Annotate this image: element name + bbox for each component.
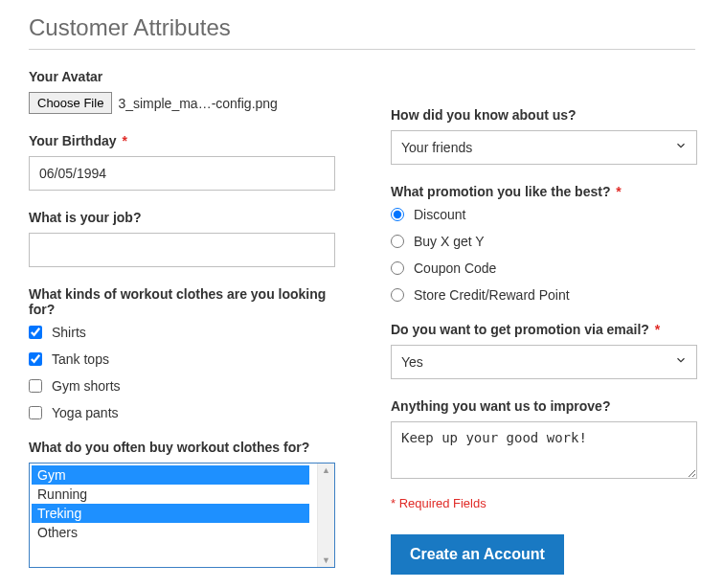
avatar-label: Your Avatar <box>29 69 333 84</box>
ms-option-treking[interactable]: Treking <box>32 504 309 523</box>
ms-option-gym[interactable]: Gym <box>32 465 309 485</box>
radio-row-buyx: Buy X get Y <box>391 234 695 249</box>
multiselect-scrollbar[interactable]: ▲ ▼ <box>317 464 334 567</box>
promo-email-select[interactable]: Yes <box>391 345 697 379</box>
radio-coupon[interactable] <box>391 261 404 275</box>
checkbox-row-shirts: Shirts <box>29 325 333 340</box>
checkbox-shirts[interactable] <box>29 326 42 339</box>
scroll-up-icon: ▲ <box>322 465 330 475</box>
improve-label: Anything you want us to improve? <box>391 398 695 414</box>
birthday-input[interactable] <box>29 156 335 191</box>
improve-field: Anything you want us to improve? Keep up… <box>391 398 695 483</box>
required-asterisk: * <box>655 322 660 337</box>
checkbox-tank-tops[interactable] <box>29 352 42 366</box>
checkbox-label-gym-shorts: Gym shorts <box>52 378 121 394</box>
page-title: Customer Attributes <box>29 14 695 41</box>
right-column: How did you know about us? Your friends … <box>391 69 695 587</box>
ms-option-others[interactable]: Others <box>32 523 309 542</box>
know-about-select[interactable]: Your friends <box>391 130 697 165</box>
promo-field: What promotion you like the best? * Disc… <box>391 184 695 303</box>
title-divider <box>29 49 695 50</box>
birthday-label: Your Birthday * <box>29 133 333 148</box>
promo-email-label: Do you want to get promotion via email? … <box>391 322 695 337</box>
checkbox-yoga-pants[interactable] <box>29 406 42 419</box>
checkbox-gym-shorts[interactable] <box>29 379 42 393</box>
radio-label-coupon: Coupon Code <box>414 260 496 276</box>
radio-discount[interactable] <box>391 208 404 221</box>
checkbox-label-shirts: Shirts <box>52 325 86 340</box>
radio-row-coupon: Coupon Code <box>391 260 695 276</box>
radio-buyx[interactable] <box>391 235 404 248</box>
radio-label-discount: Discount <box>414 207 465 222</box>
promo-email-field: Do you want to get promotion via email? … <box>391 322 695 379</box>
required-asterisk: * <box>122 133 126 148</box>
choose-file-button[interactable]: Choose File <box>29 92 112 114</box>
buy-for-field: What do you often buy workout clothes fo… <box>29 440 333 568</box>
left-column: Your Avatar Choose File 3_simple_ma…-con… <box>29 69 333 587</box>
checkbox-row-yoga-pants: Yoga pants <box>29 405 333 420</box>
radio-row-credit: Store Credit/Reward Point <box>391 287 695 303</box>
job-input[interactable] <box>29 233 335 267</box>
job-label: What is your job? <box>29 210 333 225</box>
radio-credit[interactable] <box>391 288 404 302</box>
job-field: What is your job? <box>29 210 333 267</box>
avatar-filename: 3_simple_ma…-config.png <box>118 96 278 111</box>
workout-kinds-field: What kinds of workout clothes are you lo… <box>29 286 333 420</box>
radio-row-discount: Discount <box>391 207 695 222</box>
form-columns: Your Avatar Choose File 3_simple_ma…-con… <box>29 69 695 587</box>
scroll-down-icon: ▼ <box>322 555 330 565</box>
buy-for-multiselect[interactable]: Gym Running Treking Others ▲ ▼ <box>29 463 335 568</box>
birthday-label-text: Your Birthday <box>29 133 117 148</box>
ms-option-running[interactable]: Running <box>32 485 309 504</box>
radio-label-buyx: Buy X get Y <box>414 234 485 249</box>
checkbox-label-tank-tops: Tank tops <box>52 351 109 367</box>
know-about-field: How did you know about us? Your friends <box>391 107 695 165</box>
required-asterisk: * <box>616 184 621 199</box>
promo-email-select-wrap: Yes <box>391 345 697 379</box>
required-fields-note: * Required Fields <box>391 496 695 510</box>
promo-label-text: What promotion you like the best? <box>391 184 610 199</box>
checkbox-label-yoga-pants: Yoga pants <box>52 405 119 420</box>
promo-email-label-text: Do you want to get promotion via email? <box>391 322 649 337</box>
birthday-field: Your Birthday * <box>29 133 333 191</box>
avatar-field: Your Avatar Choose File 3_simple_ma…-con… <box>29 69 333 114</box>
know-about-label: How did you know about us? <box>391 107 695 123</box>
workout-kinds-label: What kinds of workout clothes are you lo… <box>29 286 333 317</box>
radio-label-credit: Store Credit/Reward Point <box>414 287 570 303</box>
avatar-file-row: Choose File 3_simple_ma…-config.png <box>29 92 333 114</box>
checkbox-row-gym-shorts: Gym shorts <box>29 378 333 394</box>
know-about-select-wrap: Your friends <box>391 130 697 165</box>
improve-textarea[interactable]: Keep up your good work! <box>391 421 697 479</box>
create-account-button[interactable]: Create an Account <box>391 534 564 575</box>
promo-label: What promotion you like the best? * <box>391 184 695 199</box>
buy-for-label: What do you often buy workout clothes fo… <box>29 440 333 455</box>
checkbox-row-tank-tops: Tank tops <box>29 351 333 367</box>
